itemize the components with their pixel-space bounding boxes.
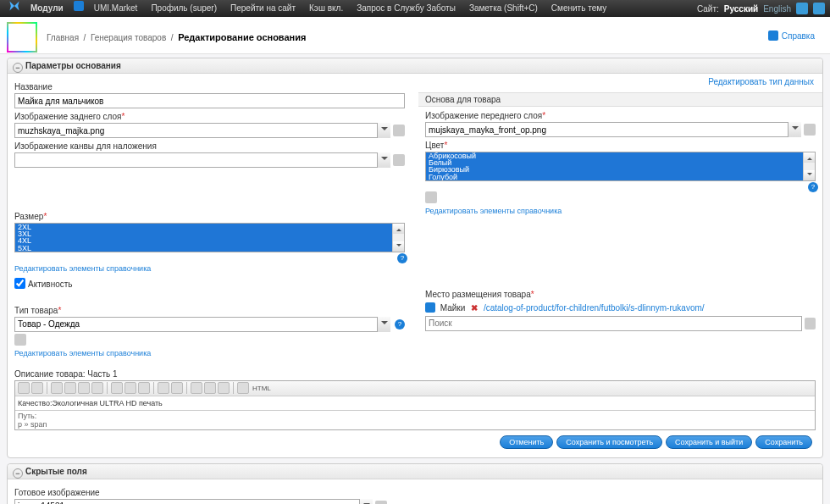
size-option[interactable]: 3XL	[15, 230, 404, 237]
chevron-down-icon[interactable]	[359, 499, 373, 504]
tb-btn[interactable]	[237, 382, 249, 394]
nav-modules[interactable]: Модули	[24, 0, 70, 17]
tb-btn[interactable]	[204, 382, 216, 394]
help-icon[interactable]: ?	[395, 319, 405, 330]
logout-icon[interactable]	[813, 3, 825, 14]
help-icon[interactable]: ?	[808, 182, 818, 192]
market-icon[interactable]	[70, 0, 87, 17]
tb-btn[interactable]	[91, 382, 103, 394]
chevron-down-icon[interactable]	[788, 122, 801, 137]
tb-btn[interactable]	[78, 382, 90, 394]
save-button[interactable]: Сохранить	[755, 435, 812, 449]
nav-cache[interactable]: Кэш вкл.	[302, 0, 350, 17]
place-path[interactable]: /catalog-of-product/for-children/futbolk…	[484, 303, 705, 313]
cancel-button[interactable]: Отменить	[500, 435, 553, 449]
save-exit-button[interactable]: Сохранить и выйти	[666, 435, 752, 449]
file-pick-icon[interactable]	[375, 501, 387, 504]
nav-profile[interactable]: Профиль (super)	[144, 0, 224, 17]
nav-goto-site[interactable]: Перейти на сайт	[224, 0, 302, 17]
tb-html[interactable]: HTML	[251, 385, 273, 392]
tb-btn[interactable]	[138, 382, 150, 394]
tb-btn[interactable]	[64, 382, 76, 394]
edit-type-link[interactable]: Редактировать тип данных	[708, 77, 814, 86]
tb-btn[interactable]	[191, 382, 202, 394]
color-multiselect[interactable]: Абрикосовый Белый Бирюзовый Голубой ?	[425, 152, 816, 181]
header: Главная / Генерация товаров / Редактиров…	[0, 17, 830, 54]
editor-path: Путь:p » span	[15, 410, 815, 429]
tb-btn[interactable]	[51, 382, 63, 394]
editor-body[interactable]: Качество:Экологичная ULTRA HD печать	[15, 396, 815, 410]
place-search-input[interactable]	[425, 316, 802, 331]
tb-btn[interactable]	[158, 382, 169, 394]
size-label: Размер*	[14, 212, 405, 221]
place-name[interactable]: Майки	[440, 303, 466, 313]
bc-current: Редактирование основания	[178, 32, 306, 42]
back-layer-select[interactable]	[14, 123, 390, 138]
scrollbar[interactable]	[803, 152, 815, 180]
tb-btn[interactable]	[18, 382, 30, 394]
size-multiselect[interactable]: 2XL 3XL 4XL 5XL ?	[14, 223, 405, 252]
site-label: Сайт:	[697, 4, 719, 14]
panel-params: −Параметры основания Редактировать тип д…	[7, 58, 823, 458]
folder-icon	[425, 302, 435, 313]
tb-btn[interactable]	[218, 382, 230, 394]
chevron-down-icon[interactable]	[377, 152, 390, 168]
reload-icon[interactable]	[425, 191, 437, 203]
activity-checkbox[interactable]	[14, 278, 25, 289]
nav-support[interactable]: Запрос в Службу Заботы	[350, 0, 462, 17]
front-layer-label: Изображение переднего слоя*	[425, 111, 816, 120]
tb-btn[interactable]	[31, 382, 43, 394]
bc-home[interactable]: Главная	[47, 33, 79, 42]
tb-btn[interactable]	[171, 382, 183, 394]
scrollbar[interactable]	[392, 224, 404, 252]
help-link[interactable]: Справка	[768, 30, 815, 41]
name-input[interactable]	[14, 93, 405, 108]
nav-theme[interactable]: Сменить тему	[545, 0, 613, 17]
tb-btn[interactable]	[111, 382, 123, 394]
panel-hidden: −Скрытые поля Готовое изображение Отмени…	[7, 463, 823, 504]
ready-select[interactable]	[14, 499, 373, 504]
file-pick-icon[interactable]	[393, 125, 405, 136]
butterfly-icon[interactable]	[5, 0, 24, 17]
lang-ru[interactable]: Русский	[724, 4, 758, 14]
chevron-down-icon[interactable]	[377, 317, 390, 332]
place-item: Майки ✖ /catalog-of-product/for-children…	[425, 301, 816, 314]
color-option[interactable]: Бирюзовый	[426, 166, 815, 173]
ready-label: Готовое изображение	[14, 488, 816, 497]
size-option[interactable]: 5XL	[15, 245, 404, 252]
editor-toolbar: HTML	[15, 381, 815, 396]
bc-gen[interactable]: Генерация товаров	[91, 33, 166, 42]
nav-market[interactable]: UMI.Market	[87, 0, 145, 17]
place-label: Место размещения товара*	[425, 290, 816, 299]
desc-label: Описание товара: Часть 1	[14, 369, 816, 379]
color-option[interactable]: Белый	[426, 159, 815, 166]
edit-ref-link[interactable]: Редактировать элементы справочника	[425, 207, 562, 215]
help-icon[interactable]: ?	[397, 253, 407, 263]
nav-note[interactable]: Заметка (Shift+C)	[462, 0, 545, 17]
tb-btn[interactable]	[125, 382, 136, 394]
help-icon	[768, 30, 778, 41]
save-view-button[interactable]: Сохранить и посмотреть	[556, 435, 662, 449]
activity-label: Активность	[28, 280, 73, 289]
reload-icon[interactable]	[14, 334, 26, 346]
refresh-icon[interactable]	[796, 3, 808, 14]
lang-en[interactable]: English	[763, 4, 791, 14]
remove-place-icon[interactable]: ✖	[471, 303, 478, 313]
button-row: Отменить Сохранить и посмотреть Сохранит…	[14, 430, 816, 452]
canvas-select[interactable]	[14, 152, 390, 168]
breadcrumb: Главная / Генерация товаров / Редактиров…	[47, 20, 822, 42]
chevron-down-icon[interactable]	[377, 123, 390, 138]
type-select[interactable]	[14, 317, 390, 332]
front-layer-select[interactable]	[425, 122, 801, 137]
file-pick-icon[interactable]	[393, 154, 405, 166]
panel-hidden-header[interactable]: −Скрытые поля	[8, 464, 822, 479]
size-option[interactable]: 4XL	[15, 237, 404, 244]
color-option[interactable]: Абрикосовый	[426, 152, 815, 159]
color-option[interactable]: Голубой	[426, 174, 815, 180]
size-option[interactable]: 2XL	[15, 224, 404, 230]
file-pick-icon[interactable]	[804, 124, 816, 136]
tree-pick-icon[interactable]	[805, 318, 816, 330]
edit-ref-link[interactable]: Редактировать элементы справочника	[14, 349, 151, 357]
edit-ref-link[interactable]: Редактировать элементы справочника	[14, 264, 151, 273]
panel-params-header[interactable]: −Параметры основания	[8, 58, 822, 74]
